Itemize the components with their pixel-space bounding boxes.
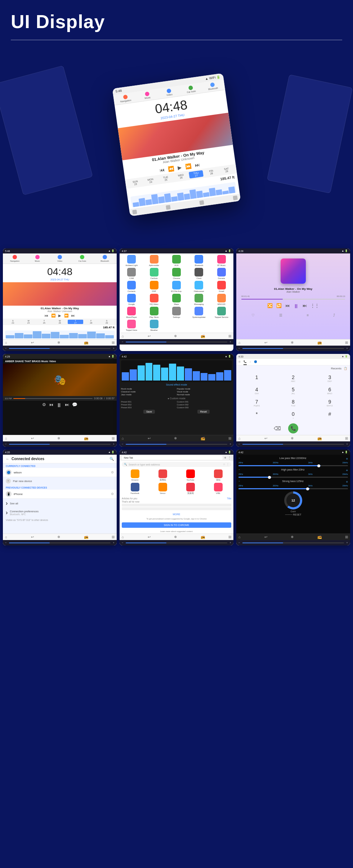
s4-subtitle-icon[interactable]: 💬 [72, 402, 77, 409]
s5-mode-normal[interactable]: Normal mode [177, 393, 232, 396]
hero-settings-icon[interactable] [233, 195, 238, 201]
s1-nav-music[interactable]: Music [27, 255, 48, 262]
app-bluetooth[interactable]: Bluetooth [188, 255, 209, 266]
s9-plus-icon-2[interactable]: + [346, 468, 348, 472]
s8-bookmark-news[interactable]: 某新闻 [177, 483, 204, 495]
s8-add-tab-icon[interactable]: + [224, 456, 226, 460]
s1-radio-icon[interactable]: 📻 [84, 341, 88, 345]
s7-device-iphone[interactable]: 📱 iPhone ⚙ [3, 490, 117, 499]
app-music-player[interactable]: MusicPlayer [121, 307, 142, 318]
s6-key-8[interactable]: 8TUV [276, 397, 310, 408]
s3-next-icon[interactable]: ⏭ [303, 303, 307, 310]
s6-key-5[interactable]: 5JKL [276, 385, 310, 396]
s3-more-icon[interactable]: ⋮⋮ [310, 303, 319, 310]
app-hq-video[interactable]: HQ Video [143, 294, 164, 305]
s5-vol-up-icon[interactable]: + [229, 442, 231, 446]
s7-home-icon[interactable]: ⌂ [5, 535, 7, 539]
app-gonaire[interactable]: Gonaire [211, 268, 232, 279]
s5-reset-button[interactable]: Reset [197, 410, 210, 414]
s9-highpass-slider[interactable] [238, 477, 348, 478]
s6-tab-phone[interactable]: 📞 [243, 360, 247, 365]
s3-repeat-icon[interactable]: 🔁 [276, 303, 282, 310]
s1-back-icon[interactable]: ↩ [31, 341, 34, 345]
s7-back-icon[interactable]: ← [6, 457, 9, 461]
s1-prev-icon[interactable]: ⏮ [45, 314, 48, 318]
s4-video-player[interactable]: 🎭 [3, 364, 117, 396]
s6-recents-icon[interactable]: 📋 [344, 367, 347, 370]
s4-vol-down-icon[interactable]: − [5, 442, 7, 446]
s7-search-icon[interactable]: 🔍 [110, 457, 114, 461]
s6-tab-bluetooth[interactable]: 🔵 [254, 360, 257, 365]
s8-sign-in-button[interactable]: SIGN IN TO CHROME [122, 522, 231, 528]
app-dsp[interactable]: DSP [143, 281, 164, 292]
s2-vol-up-icon[interactable]: + [229, 340, 231, 343]
s8-bookmark-facebook[interactable]: Facebook [122, 483, 148, 495]
s2-vol-down-icon[interactable]: − [122, 340, 124, 343]
s2-apps-icon[interactable]: ⊞ [228, 334, 231, 338]
s9-apps-icon[interactable]: ⊞ [345, 535, 348, 539]
hero-next-icon[interactable]: ⏭ [195, 162, 200, 168]
s3-apps-icon[interactable]: ⊞ [345, 341, 348, 345]
s4-play-icon[interactable]: ⏸ [56, 402, 62, 409]
s3-progress-bar[interactable] [241, 299, 345, 300]
hero-nav-bluetooth[interactable]: Bluetooth [202, 81, 223, 91]
s9-lowpass-slider[interactable] [238, 465, 348, 466]
s5-radio-icon[interactable]: 📻 [201, 436, 205, 440]
s8-bookmark-vibe[interactable]: VIBE [205, 483, 231, 495]
hero-ac-icon[interactable] [199, 200, 204, 205]
app-es-file[interactable]: ES File Exp. [166, 281, 187, 292]
s8-back-icon[interactable]: ↩ [148, 535, 151, 539]
s5-preset-003[interactable]: Preset 003 [121, 406, 176, 409]
app-contacts[interactable]: Contacts [121, 281, 142, 292]
s6-key-0[interactable]: 0+ [276, 410, 310, 420]
app-chrome[interactable]: Chrome [166, 268, 187, 279]
s6-key-3[interactable]: 3DEF [312, 373, 347, 384]
s1-nav-carauto[interactable]: Car Auto [72, 255, 93, 262]
hero-home-icon[interactable] [132, 210, 137, 215]
s5-mode-rock[interactable]: Rock mode [121, 388, 176, 390]
app-google[interactable]: Google [121, 294, 142, 305]
s7-settings-icon[interactable]: ⚙ [111, 471, 114, 474]
hero-nav-carauto[interactable]: Car Auto [180, 84, 201, 94]
app-messaging[interactable]: Messaging [188, 294, 209, 305]
s6-key-star[interactable]: * [239, 410, 274, 420]
s5-save-button[interactable]: Save [143, 410, 155, 414]
app-carauto[interactable]: CarAuto [143, 268, 164, 279]
s3-vol-up-icon[interactable]: + [346, 347, 348, 350]
s5-back-icon[interactable]: ↩ [148, 436, 151, 440]
s9-minus-icon-2[interactable]: − [238, 468, 240, 472]
s9-gain-knob[interactable]: 12 [284, 491, 302, 509]
app-settings[interactable]: Settings [166, 307, 187, 318]
app-apkinstaller[interactable]: Apkinstaller [143, 255, 164, 266]
s1-vol-up-icon[interactable]: + [113, 347, 115, 350]
hero-rewind-icon[interactable]: ⏪ [168, 166, 175, 172]
s1-next-icon[interactable]: ⏭ [71, 314, 75, 318]
s3-prev-icon[interactable]: ⏮ [285, 303, 290, 310]
s1-vol-down-icon[interactable]: − [5, 347, 7, 350]
s9-vol-down-icon[interactable]: − [238, 541, 240, 544]
s6-key-4[interactable]: 4GHI [239, 385, 274, 396]
s8-menu-icon[interactable]: ⋮ [228, 456, 231, 460]
s3-share-icon[interactable]: ⤴ [333, 313, 335, 317]
s5-custom-003[interactable]: Custom 003 [177, 406, 232, 409]
hero-play-icon[interactable]: ▶ [177, 165, 182, 171]
s7-pair-new-row[interactable]: + Pair new device [3, 477, 117, 485]
hero-forward-icon[interactable]: ⏩ [185, 163, 192, 170]
hero-prev-icon[interactable]: ⏮ [159, 167, 165, 173]
s8-vol-up-icon[interactable]: + [229, 541, 231, 544]
s5-vol-down-icon[interactable]: − [122, 442, 124, 446]
s8-star-icon[interactable]: ☆ [223, 463, 225, 466]
s3-pause-icon[interactable]: ⏸ [293, 303, 299, 310]
s9-back-icon[interactable]: ↩ [264, 535, 267, 539]
app-tapped[interactable]: Tapped Service [211, 307, 232, 318]
s6-key-2[interactable]: 2ABC [276, 373, 310, 384]
app-weather[interactable]: Weather [143, 320, 164, 331]
s7-device-wilson[interactable]: 🔵 wilson ⚙ [3, 468, 117, 477]
s6-radio-icon[interactable]: 📻 [317, 436, 322, 440]
s5-mode-classical[interactable]: Classical mode [121, 391, 176, 393]
s4-home-icon[interactable]: ⌂ [5, 436, 7, 440]
app-bt-music[interactable]: BT Music [211, 255, 232, 266]
s5-mode-popular[interactable]: Popular mode [177, 388, 232, 390]
s4-ac-icon[interactable]: ❄ [57, 436, 60, 440]
s9-home-icon[interactable]: ⌂ [238, 535, 241, 539]
